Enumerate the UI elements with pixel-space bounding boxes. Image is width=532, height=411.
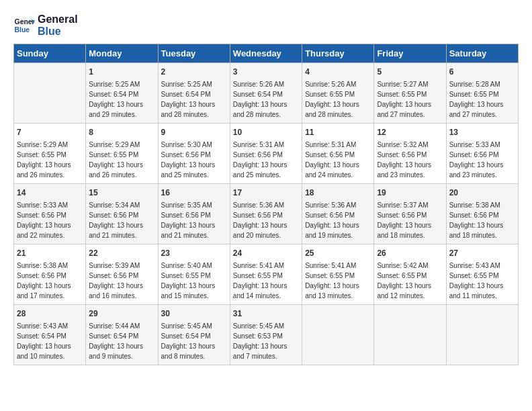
calendar-cell: 18Sunrise: 5:36 AMSunset: 6:56 PMDayligh… — [302, 184, 374, 244]
calendar-week-row: 1Sunrise: 5:25 AMSunset: 6:54 PMDaylight… — [14, 63, 519, 124]
calendar-cell: 1Sunrise: 5:25 AMSunset: 6:54 PMDaylight… — [86, 63, 158, 124]
calendar-cell: 11Sunrise: 5:31 AMSunset: 6:56 PMDayligh… — [302, 124, 374, 184]
calendar-cell: 21Sunrise: 5:38 AMSunset: 6:56 PMDayligh… — [14, 244, 86, 305]
day-number: 1 — [89, 66, 154, 78]
calendar-cell: 28Sunrise: 5:43 AMSunset: 6:54 PMDayligh… — [14, 305, 86, 365]
day-info: Sunrise: 5:28 AMSunset: 6:55 PMDaylight:… — [449, 79, 515, 120]
logo-text-blue: Blue — [38, 26, 78, 38]
calendar-cell: 2Sunrise: 5:25 AMSunset: 6:54 PMDaylight… — [158, 63, 230, 124]
calendar-cell: 10Sunrise: 5:31 AMSunset: 6:56 PMDayligh… — [230, 124, 302, 184]
calendar-cell: 6Sunrise: 5:28 AMSunset: 6:55 PMDaylight… — [446, 63, 518, 124]
day-number: 28 — [17, 308, 83, 320]
day-info: Sunrise: 5:42 AMSunset: 6:55 PMDaylight:… — [377, 261, 443, 301]
calendar-cell: 30Sunrise: 5:45 AMSunset: 6:54 PMDayligh… — [158, 305, 230, 365]
day-number: 4 — [305, 66, 371, 78]
calendar-cell: 3Sunrise: 5:26 AMSunset: 6:54 PMDaylight… — [230, 63, 302, 124]
day-info: Sunrise: 5:39 AMSunset: 6:56 PMDaylight:… — [89, 261, 154, 301]
day-number: 20 — [449, 187, 515, 199]
day-number: 12 — [377, 127, 443, 138]
day-info: Sunrise: 5:41 AMSunset: 6:55 PMDaylight:… — [305, 261, 371, 301]
day-number: 19 — [377, 187, 443, 199]
day-number: 10 — [233, 127, 299, 138]
calendar-cell: 31Sunrise: 5:45 AMSunset: 6:53 PMDayligh… — [230, 305, 302, 365]
day-info: Sunrise: 5:26 AMSunset: 6:54 PMDaylight:… — [233, 79, 299, 120]
day-number: 22 — [89, 248, 154, 259]
calendar-cell: 13Sunrise: 5:33 AMSunset: 6:56 PMDayligh… — [446, 124, 518, 184]
day-info: Sunrise: 5:35 AMSunset: 6:56 PMDaylight:… — [161, 200, 227, 240]
logo: General Blue General Blue — [13, 13, 78, 37]
calendar-cell: 29Sunrise: 5:44 AMSunset: 6:54 PMDayligh… — [86, 305, 158, 365]
logo-icon: General Blue — [13, 15, 35, 36]
calendar-cell: 25Sunrise: 5:41 AMSunset: 6:55 PMDayligh… — [302, 244, 374, 305]
svg-text:Blue: Blue — [15, 26, 30, 33]
calendar-cell: 7Sunrise: 5:29 AMSunset: 6:55 PMDaylight… — [14, 124, 86, 184]
column-header-tuesday: Tuesday — [158, 44, 230, 63]
day-number: 5 — [377, 66, 443, 78]
day-info: Sunrise: 5:38 AMSunset: 6:56 PMDaylight:… — [449, 200, 515, 240]
day-number: 8 — [89, 127, 154, 138]
logo-text-general: General — [38, 13, 78, 26]
day-number: 7 — [17, 127, 83, 138]
calendar-cell: 15Sunrise: 5:34 AMSunset: 6:56 PMDayligh… — [86, 184, 158, 244]
day-info: Sunrise: 5:30 AMSunset: 6:56 PMDaylight:… — [161, 140, 227, 180]
day-info: Sunrise: 5:26 AMSunset: 6:55 PMDaylight:… — [305, 79, 371, 120]
day-number: 23 — [161, 248, 227, 259]
column-header-saturday: Saturday — [446, 44, 518, 63]
calendar-cell — [302, 305, 374, 365]
day-info: Sunrise: 5:32 AMSunset: 6:56 PMDaylight:… — [377, 140, 443, 180]
day-info: Sunrise: 5:45 AMSunset: 6:54 PMDaylight:… — [161, 321, 227, 361]
day-number: 13 — [449, 127, 515, 138]
calendar-week-row: 21Sunrise: 5:38 AMSunset: 6:56 PMDayligh… — [14, 244, 519, 305]
calendar-week-row: 28Sunrise: 5:43 AMSunset: 6:54 PMDayligh… — [14, 305, 519, 365]
calendar-week-row: 14Sunrise: 5:33 AMSunset: 6:56 PMDayligh… — [14, 184, 519, 244]
calendar-cell: 26Sunrise: 5:42 AMSunset: 6:55 PMDayligh… — [374, 244, 446, 305]
day-number: 25 — [305, 248, 371, 259]
calendar-header-row: SundayMondayTuesdayWednesdayThursdayFrid… — [14, 44, 519, 63]
day-info: Sunrise: 5:31 AMSunset: 6:56 PMDaylight:… — [305, 140, 371, 180]
calendar-cell: 5Sunrise: 5:27 AMSunset: 6:55 PMDaylight… — [374, 63, 446, 124]
day-number: 16 — [161, 187, 227, 199]
calendar-cell: 22Sunrise: 5:39 AMSunset: 6:56 PMDayligh… — [86, 244, 158, 305]
day-info: Sunrise: 5:36 AMSunset: 6:56 PMDaylight:… — [305, 200, 371, 240]
calendar-cell: 16Sunrise: 5:35 AMSunset: 6:56 PMDayligh… — [158, 184, 230, 244]
column-header-friday: Friday — [374, 44, 446, 63]
column-header-sunday: Sunday — [14, 44, 86, 63]
day-info: Sunrise: 5:45 AMSunset: 6:53 PMDaylight:… — [233, 321, 299, 361]
day-info: Sunrise: 5:29 AMSunset: 6:55 PMDaylight:… — [89, 140, 154, 180]
calendar-week-row: 7Sunrise: 5:29 AMSunset: 6:55 PMDaylight… — [14, 124, 519, 184]
calendar-cell: 23Sunrise: 5:40 AMSunset: 6:55 PMDayligh… — [158, 244, 230, 305]
day-number: 18 — [305, 187, 371, 199]
day-number: 14 — [17, 187, 83, 199]
day-info: Sunrise: 5:40 AMSunset: 6:55 PMDaylight:… — [161, 261, 227, 301]
column-header-thursday: Thursday — [302, 44, 374, 63]
day-number: 3 — [233, 66, 299, 78]
day-number: 26 — [377, 248, 443, 259]
calendar-cell: 27Sunrise: 5:43 AMSunset: 6:55 PMDayligh… — [446, 244, 518, 305]
calendar-table: SundayMondayTuesdayWednesdayThursdayFrid… — [13, 44, 519, 365]
calendar-cell: 24Sunrise: 5:41 AMSunset: 6:55 PMDayligh… — [230, 244, 302, 305]
calendar-cell: 20Sunrise: 5:38 AMSunset: 6:56 PMDayligh… — [446, 184, 518, 244]
day-info: Sunrise: 5:33 AMSunset: 6:56 PMDaylight:… — [449, 140, 515, 180]
column-header-wednesday: Wednesday — [230, 44, 302, 63]
day-info: Sunrise: 5:43 AMSunset: 6:54 PMDaylight:… — [17, 321, 83, 361]
day-number: 9 — [161, 127, 227, 138]
calendar-cell — [14, 63, 86, 124]
day-number: 6 — [449, 66, 515, 78]
day-info: Sunrise: 5:43 AMSunset: 6:55 PMDaylight:… — [449, 261, 515, 301]
calendar-cell: 17Sunrise: 5:36 AMSunset: 6:56 PMDayligh… — [230, 184, 302, 244]
day-info: Sunrise: 5:37 AMSunset: 6:56 PMDaylight:… — [377, 200, 443, 240]
day-info: Sunrise: 5:41 AMSunset: 6:55 PMDaylight:… — [233, 261, 299, 301]
day-info: Sunrise: 5:27 AMSunset: 6:55 PMDaylight:… — [377, 79, 443, 120]
day-number: 30 — [161, 308, 227, 320]
day-info: Sunrise: 5:25 AMSunset: 6:54 PMDaylight:… — [161, 79, 227, 120]
day-number: 31 — [233, 308, 299, 320]
day-info: Sunrise: 5:33 AMSunset: 6:56 PMDaylight:… — [17, 200, 83, 240]
calendar-cell: 19Sunrise: 5:37 AMSunset: 6:56 PMDayligh… — [374, 184, 446, 244]
day-number: 17 — [233, 187, 299, 199]
day-number: 29 — [89, 308, 154, 320]
day-info: Sunrise: 5:44 AMSunset: 6:54 PMDaylight:… — [89, 321, 154, 361]
day-info: Sunrise: 5:25 AMSunset: 6:54 PMDaylight:… — [89, 79, 154, 120]
day-number: 11 — [305, 127, 371, 138]
calendar-cell: 14Sunrise: 5:33 AMSunset: 6:56 PMDayligh… — [14, 184, 86, 244]
day-number: 27 — [449, 248, 515, 259]
